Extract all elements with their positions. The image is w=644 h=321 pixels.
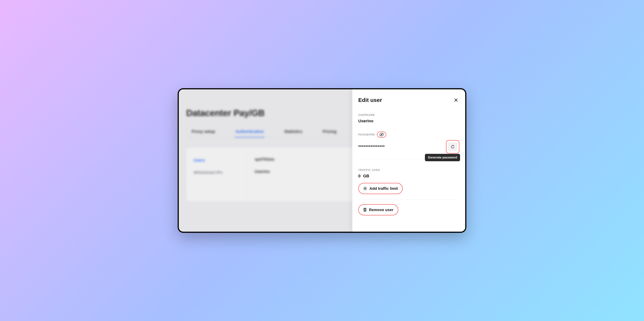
app-inner: Datacenter Pay/GB Proxy setup Authentica… — [179, 89, 465, 232]
username-value: Userino — [358, 119, 459, 123]
generate-password-button[interactable] — [448, 142, 457, 151]
divider — [358, 200, 459, 200]
close-button[interactable] — [453, 97, 459, 103]
traffic-value-row: 0 GB — [358, 174, 459, 179]
generate-password-tooltip: Generate password — [425, 154, 460, 161]
drawer-title: Edit user — [358, 97, 382, 103]
drawer-header: Edit user — [358, 97, 459, 103]
password-label-row: PASSWORD — [358, 132, 459, 137]
password-row: *************** Generate password — [358, 140, 459, 153]
traffic-section: TRAFFIC USED 0 GB — [358, 169, 459, 179]
password-masked: *************** — [358, 144, 385, 149]
svg-point-2 — [364, 188, 366, 189]
password-label: PASSWORD — [358, 133, 375, 136]
trash-icon — [363, 208, 367, 212]
refresh-icon — [450, 145, 455, 149]
eye-off-icon — [379, 133, 384, 136]
traffic-unit: GB — [363, 174, 369, 179]
regen-highlight: Generate password — [446, 140, 459, 153]
toggle-password-visibility[interactable] — [377, 132, 386, 137]
password-field: PASSWORD *************** — [358, 132, 459, 159]
remove-user-label: Remove user — [369, 208, 394, 212]
username-label: USERNAME — [358, 113, 459, 116]
edit-user-drawer: Edit user USERNAME Userino PASSWORD — [352, 89, 465, 232]
add-traffic-limit-button[interactable]: Add traffic limit — [358, 183, 403, 194]
traffic-label: TRAFFIC USED — [358, 169, 459, 172]
add-traffic-limit-label: Add traffic limit — [369, 186, 398, 191]
gear-icon — [363, 187, 367, 191]
remove-user-button[interactable]: Remove user — [358, 204, 398, 215]
close-icon — [454, 98, 458, 102]
app-window: Datacenter Pay/GB Proxy setup Authentica… — [178, 88, 466, 233]
username-field: USERNAME Userino — [358, 113, 459, 123]
traffic-amount: 0 — [358, 174, 360, 179]
